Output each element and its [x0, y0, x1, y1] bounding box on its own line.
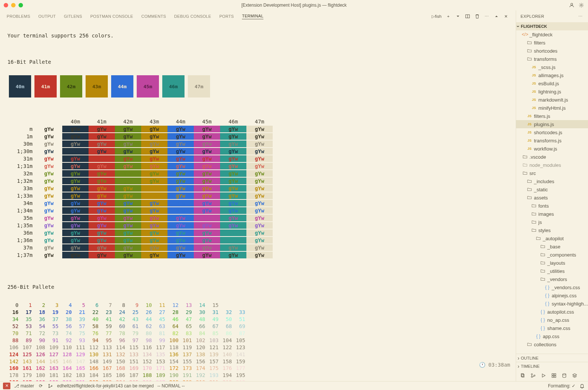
color-row-33m: 33mgYwgYwgYwgYwgYwgYwgYwgYwgYw: [7, 185, 508, 192]
swatch-40m: 40m: [9, 75, 31, 98]
tree-item-src[interactable]: src: [516, 169, 588, 177]
section-timeline[interactable]: TIMELINE: [516, 362, 588, 370]
js-file-icon: JS: [531, 82, 537, 85]
panel-tab-debug-console[interactable]: DEBUG CONSOLE: [174, 14, 211, 19]
more-actions-icon[interactable]: ⋯: [484, 13, 490, 19]
tree-item-styles[interactable]: styles: [516, 226, 588, 234]
js-file-icon: JS: [526, 114, 532, 118]
tree-item-images[interactable]: images: [516, 210, 588, 218]
tree-item--static[interactable]: _static: [516, 185, 588, 194]
sb-branch[interactable]: ⎇ master: [14, 383, 34, 389]
terminal-output[interactable]: Your terminal supports 256 colors. 16-Bi…: [0, 22, 516, 381]
tree-item--vscode[interactable]: .vscode: [516, 153, 588, 161]
tree-item--components[interactable]: _components: [516, 251, 588, 259]
tree-item-label: alpinejs.css: [552, 293, 577, 298]
tree-item-transforms-js[interactable]: JStransforms.js: [516, 136, 588, 145]
new-terminal-button[interactable]: +: [445, 13, 451, 19]
titlebar: [Extension Development Host] plugins.js …: [0, 0, 588, 10]
split-terminal-icon[interactable]: [465, 13, 471, 19]
folder-icon: [531, 228, 537, 233]
tree-item-filters-js[interactable]: JSfilters.js: [516, 112, 588, 120]
remote-indicator[interactable]: ✕: [3, 383, 10, 389]
tree-item-workflow-js[interactable]: JSworkflow.js: [516, 145, 588, 153]
section-outline[interactable]: OUTLINE: [516, 354, 588, 362]
source-control-icon[interactable]: [530, 373, 536, 379]
tree-item-allimages-js[interactable]: JSallimages.js: [516, 71, 588, 79]
tree-item-plugins-js[interactable]: JSplugins.js: [516, 120, 588, 128]
tree-item-collections[interactable]: collections: [516, 340, 588, 348]
database-icon[interactable]: [561, 373, 567, 379]
terminal-profile-icon[interactable]: ▷ fish: [432, 13, 442, 19]
panel-tab-ports[interactable]: PORTS: [219, 14, 234, 19]
account-icon[interactable]: [569, 2, 575, 8]
tree-item-node-modules[interactable]: node_modules: [516, 161, 588, 169]
tree-item--utilities[interactable]: _utilities: [516, 267, 588, 275]
tree-item--flightdeck[interactable]: </>_flightdeck: [516, 30, 588, 39]
svg-rect-5: [522, 374, 524, 377]
tree-item--layouts[interactable]: _layouts: [516, 259, 588, 267]
svg-point-0: [571, 3, 572, 5]
panel-tab-gitlens[interactable]: GITLENS: [64, 14, 82, 19]
panel-tab-terminal[interactable]: TERMINAL: [242, 14, 263, 19]
maximize-window-button[interactable]: [19, 3, 23, 7]
tree-item-fonts[interactable]: fonts: [516, 202, 588, 210]
swatch-41m: 41m: [34, 75, 57, 98]
tree-item--vendors[interactable]: _vendors: [516, 275, 588, 283]
tree-item-transforms[interactable]: transforms: [516, 55, 588, 63]
tree-item--vendors-css[interactable]: { }_vendors.css: [516, 283, 588, 291]
tree-item--scss-js[interactable]: JS_scss.js: [516, 63, 588, 71]
svg-point-15: [49, 387, 50, 388]
panel-tabs: PROBLEMSOUTPUTGITLENSPOSTMAN CONSOLECOMM…: [0, 10, 516, 22]
tree-item-alpinejs-css[interactable]: { }alpinejs.css: [516, 291, 588, 300]
tree-item--base[interactable]: _base: [516, 242, 588, 251]
tree-item-no-ap-css[interactable]: { }no_ap.css: [516, 316, 588, 324]
bell-icon[interactable]: [579, 383, 585, 389]
color-row-1;37m: 1;37mgYwgYwgYwgYwgYwgYwgYwgYwgYw: [7, 251, 508, 259]
palette-16-header: 16-Bit Pallete: [7, 59, 508, 66]
run-debug-icon[interactable]: [541, 373, 547, 379]
tree-item--includes[interactable]: _includes: [516, 177, 588, 185]
close-window-button[interactable]: [4, 3, 8, 7]
close-panel-icon[interactable]: ✕: [503, 13, 509, 19]
folder-icon: [540, 244, 546, 249]
sync-icon[interactable]: ⟳: [38, 383, 44, 389]
project-header[interactable]: FLIGHTDECK: [516, 22, 588, 30]
layers-icon[interactable]: [572, 373, 578, 379]
tree-item-label: _components: [547, 252, 576, 258]
terminal-dropdown-icon[interactable]: [455, 13, 461, 19]
tree-item-js[interactable]: js: [516, 218, 588, 226]
tree-item-shortcodes-js[interactable]: JSshortcodes.js: [516, 128, 588, 136]
maximize-panel-icon[interactable]: [494, 13, 499, 19]
panel-tab-comments[interactable]: COMMENTS: [141, 14, 166, 19]
terminal-shell-label: fish: [435, 14, 442, 19]
tree-item-autopilot-css[interactable]: { }autopilot.css: [516, 308, 588, 316]
gear-icon[interactable]: [578, 2, 584, 8]
extensions-icon[interactable]: [551, 373, 557, 379]
tree-item-app-css[interactable]: { }app.css: [516, 332, 588, 340]
git-tree-icon[interactable]: [47, 383, 53, 389]
panel-tab-output[interactable]: OUTPUT: [39, 14, 56, 19]
tree-item-shortcodes[interactable]: shortcodes: [516, 47, 588, 55]
explorer-more-icon[interactable]: ⋯: [578, 13, 584, 19]
tree-item-filters[interactable]: filters: [516, 39, 588, 47]
tree-item--autopilot[interactable]: _autopilot: [516, 234, 588, 242]
tree-item-esbuild-js[interactable]: JSesBuild.js: [516, 79, 588, 87]
tree-item-minifyhtml-js[interactable]: JSminifyHtml.js: [516, 104, 588, 112]
tree-item-assets[interactable]: assets: [516, 194, 588, 202]
tree-item-label: src: [529, 171, 536, 176]
panel-tab-problems[interactable]: PROBLEMS: [7, 14, 30, 19]
tree-item-markdownit-js[interactable]: JSmarkdownIt.js: [516, 96, 588, 104]
tree-item-syntax-highligh---[interactable]: { }syntax-highligh...: [516, 300, 588, 308]
tree-item-label: no_ap.css: [547, 317, 569, 323]
tree-item-lightning-js[interactable]: JSlightning.js: [516, 87, 588, 96]
panel-tab-postman-console[interactable]: POSTMAN CONSOLE: [90, 14, 133, 19]
sb-pr[interactable]: edheltzel/flightdeck-for-jekyll#143 can …: [57, 383, 154, 389]
folder-icon: [531, 203, 537, 208]
sb-formatting[interactable]: Formatting: ✓: [548, 383, 575, 389]
explorer-icon[interactable]: [520, 373, 526, 379]
tree-item-label: shortcodes.js: [534, 130, 562, 135]
minimize-window-button[interactable]: [11, 3, 16, 7]
tree-item-shame-css[interactable]: { }shame.css: [516, 324, 588, 332]
kill-terminal-icon[interactable]: [474, 13, 480, 19]
tree-item-label: js: [538, 219, 542, 225]
